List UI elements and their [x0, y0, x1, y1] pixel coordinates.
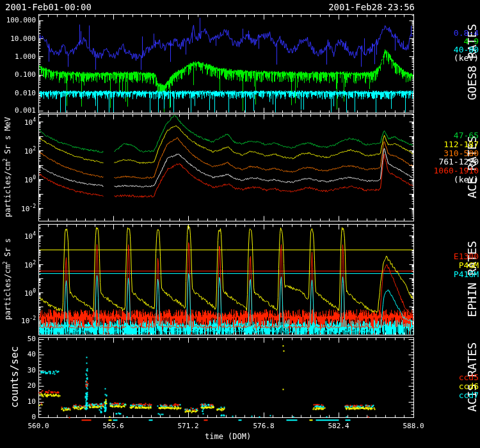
- ace-legend-item: 47-65: [454, 131, 479, 140]
- acis-ytick-label: 40: [28, 351, 36, 358]
- ace-legend-item: 1060-1910: [434, 166, 479, 175]
- plot-canvas: [0, 0, 480, 448]
- acis-legend-item: ccd7: [459, 391, 479, 399]
- x-tick-label: 565.6: [99, 422, 128, 430]
- acis-legend-item: ccd5: [459, 373, 479, 381]
- ace-ytick-label: 104: [24, 116, 36, 124]
- acis-ytick-label: 0: [31, 413, 36, 421]
- ephin-y-axis-title: particles/cm2 Sr s: [3, 238, 12, 320]
- acis-ytick-label: 20: [28, 382, 36, 390]
- goes-ytick-label: 0.100: [15, 71, 36, 79]
- goes-legend-unit: (keV): [454, 54, 479, 62]
- acis-legend-item: ccd6: [459, 382, 479, 390]
- acis-ytick-label: 10: [28, 398, 36, 406]
- ace-legend-item: 112-187: [444, 140, 479, 148]
- ephin-ytick-label: 100: [24, 287, 36, 295]
- goes-ytick-label: 0.001: [15, 107, 36, 115]
- end-time-label: 2001-Feb28-23:56: [328, 2, 415, 12]
- ephin-ytick-label: 10-2: [21, 315, 36, 323]
- plot-root: 2001-Feb01-00:00 2001-Feb28-23:56 100.00…: [0, 0, 480, 448]
- start-time-label: 2001-Feb01-00:00: [5, 2, 92, 12]
- goes-ytick-label: 10.000: [10, 35, 36, 43]
- ace-ytick-label: 10-2: [21, 203, 36, 211]
- goes-ytick-label: 1.000: [15, 53, 36, 61]
- x-tick-label: 582.4: [324, 422, 353, 430]
- x-axis-title: time (DOM): [205, 432, 251, 441]
- ace-legend-unit: (keV): [454, 175, 479, 184]
- ace-ytick-label: 100: [24, 174, 36, 182]
- ace-legend-item: 761-1220: [438, 157, 479, 166]
- goes-ytick-label: 100.000: [6, 17, 36, 24]
- x-tick-label: 588.0: [399, 422, 428, 430]
- ephin-legend-item: E1300: [454, 252, 479, 260]
- acis-ytick-label: 30: [28, 367, 36, 374]
- x-tick-label: 571.2: [173, 422, 203, 430]
- x-tick-label: 560.0: [24, 422, 53, 430]
- acis-ytick-label: 50: [28, 335, 36, 343]
- ace-ytick-label: 102: [24, 145, 36, 153]
- ephin-ytick-label: 104: [24, 230, 36, 238]
- ephin-legend-item: P41GM: [454, 270, 479, 278]
- ephin-legend-item: P4GM: [459, 261, 479, 269]
- acis-y-axis-title: counts/sec: [8, 346, 20, 408]
- ephin-ytick-label: 102: [24, 259, 36, 267]
- x-tick-label: 576.8: [249, 422, 278, 430]
- ace-y-axis-title: particles/cm2 Sr s MeV: [3, 117, 12, 218]
- goes-ytick-label: 0.010: [15, 90, 36, 97]
